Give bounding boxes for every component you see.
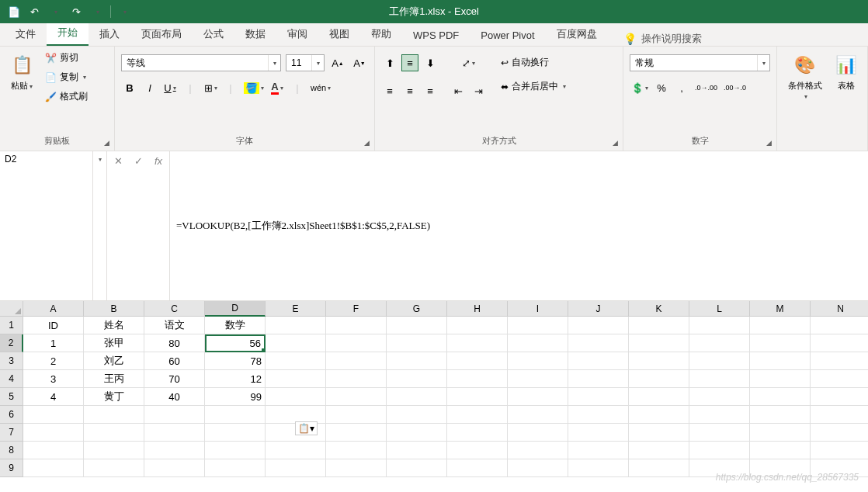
cell[interactable]: [568, 442, 629, 459]
cell[interactable]: [23, 442, 84, 459]
font-size-combo[interactable]: ▾: [286, 54, 325, 71]
tab-view[interactable]: 视图: [318, 23, 360, 46]
row-header[interactable]: 6: [0, 406, 23, 424]
column-header[interactable]: F: [326, 301, 387, 317]
cell[interactable]: [387, 334, 447, 352]
header-cell[interactable]: ID: [23, 317, 84, 334]
cell[interactable]: 40: [144, 388, 205, 406]
dialog-launcher-icon[interactable]: ◢: [766, 139, 772, 147]
cell[interactable]: 张甲: [84, 334, 144, 352]
cell[interactable]: [144, 442, 205, 459]
increase-indent-icon[interactable]: ⇥: [470, 82, 487, 99]
cell[interactable]: [811, 406, 868, 424]
cell[interactable]: [266, 370, 326, 388]
cell[interactable]: [568, 388, 629, 406]
chevron-down-icon[interactable]: ▾: [311, 55, 324, 71]
tab-baidu[interactable]: 百度网盘: [546, 23, 608, 46]
cell[interactable]: [508, 352, 568, 370]
cell[interactable]: 99: [205, 388, 266, 406]
cell[interactable]: [568, 406, 629, 424]
name-box-dropdown-icon[interactable]: ▾: [93, 151, 107, 300]
column-header[interactable]: K: [629, 301, 689, 317]
cell[interactable]: [387, 370, 447, 388]
column-header[interactable]: M: [750, 301, 811, 317]
copy-button[interactable]: 📄复制▾: [42, 69, 91, 85]
cell[interactable]: [568, 317, 629, 334]
font-name-combo[interactable]: ▾: [121, 54, 281, 71]
cell[interactable]: [508, 406, 568, 424]
cell[interactable]: [811, 334, 868, 352]
cell[interactable]: [811, 424, 868, 442]
redo-dropdown-icon[interactable]: ▾: [90, 4, 106, 19]
cut-button[interactable]: ✂️剪切: [42, 50, 91, 66]
cell[interactable]: [629, 334, 689, 352]
cell[interactable]: [750, 424, 811, 442]
decrease-indent-icon[interactable]: ⇤: [450, 82, 467, 99]
select-all-button[interactable]: [0, 301, 23, 317]
underline-button[interactable]: U▾: [161, 79, 179, 96]
cell[interactable]: [689, 334, 750, 352]
paste-button[interactable]: 📋 粘贴▾: [6, 50, 37, 94]
cell[interactable]: [326, 317, 387, 334]
cell[interactable]: [447, 459, 508, 477]
name-box-input[interactable]: [0, 151, 92, 167]
italic-button[interactable]: I: [141, 79, 158, 96]
column-header[interactable]: B: [84, 301, 144, 317]
cell[interactable]: [689, 317, 750, 334]
accept-icon[interactable]: ✓: [130, 153, 146, 168]
cell[interactable]: [205, 459, 266, 477]
row-header[interactable]: 1: [0, 317, 23, 334]
cell[interactable]: [568, 424, 629, 442]
redo-icon[interactable]: ↷: [68, 4, 84, 19]
cell[interactable]: 70: [144, 370, 205, 388]
decrease-font-icon[interactable]: A▼: [351, 54, 368, 71]
cell[interactable]: [508, 388, 568, 406]
cell[interactable]: 刘乙: [84, 352, 144, 370]
cell[interactable]: 12: [205, 370, 266, 388]
column-header[interactable]: D: [205, 301, 266, 317]
cell[interactable]: [629, 424, 689, 442]
cell[interactable]: [387, 388, 447, 406]
cell[interactable]: [750, 388, 811, 406]
dialog-launcher-icon[interactable]: ◢: [613, 139, 618, 147]
cell[interactable]: 78: [205, 352, 266, 370]
cell[interactable]: 80: [144, 334, 205, 352]
tab-help[interactable]: 帮助: [360, 23, 402, 46]
cell[interactable]: [23, 424, 84, 442]
merge-center-button[interactable]: ⬌合并后居中▾: [498, 78, 569, 95]
cell[interactable]: [84, 406, 144, 424]
row-header[interactable]: 8: [0, 442, 23, 459]
cell[interactable]: [629, 459, 689, 477]
bold-button[interactable]: B: [121, 79, 138, 96]
cell[interactable]: [750, 334, 811, 352]
column-header[interactable]: I: [508, 301, 568, 317]
cell[interactable]: 黄丁: [84, 388, 144, 406]
cell[interactable]: [144, 424, 205, 442]
cell[interactable]: [326, 424, 387, 442]
cell[interactable]: [629, 442, 689, 459]
align-bottom-icon[interactable]: ⬇: [422, 54, 439, 71]
cell[interactable]: [689, 442, 750, 459]
cell[interactable]: [629, 352, 689, 370]
cell[interactable]: [568, 334, 629, 352]
customize-qat-icon[interactable]: ▾: [117, 4, 133, 19]
tell-me-search[interactable]: 💡 操作说明搜索: [623, 32, 702, 46]
cell[interactable]: [205, 406, 266, 424]
format-painter-button[interactable]: 🖌️格式刷: [42, 88, 91, 105]
cell[interactable]: [266, 442, 326, 459]
cell[interactable]: [205, 442, 266, 459]
fx-icon[interactable]: fx: [151, 153, 166, 168]
tab-file[interactable]: 文件: [5, 23, 47, 46]
cell[interactable]: 60: [144, 352, 205, 370]
cell[interactable]: [689, 406, 750, 424]
cell[interactable]: 王丙: [84, 370, 144, 388]
column-header[interactable]: E: [266, 301, 326, 317]
cell[interactable]: 1: [23, 334, 84, 352]
paste-options-icon[interactable]: 📋▾: [295, 421, 318, 435]
cell[interactable]: [811, 388, 868, 406]
fill-color-button[interactable]: 🪣▾: [242, 79, 266, 96]
header-cell[interactable]: 数学: [205, 317, 266, 334]
chevron-down-icon[interactable]: ▾: [757, 55, 769, 71]
cell[interactable]: [811, 442, 868, 459]
cell[interactable]: [508, 424, 568, 442]
